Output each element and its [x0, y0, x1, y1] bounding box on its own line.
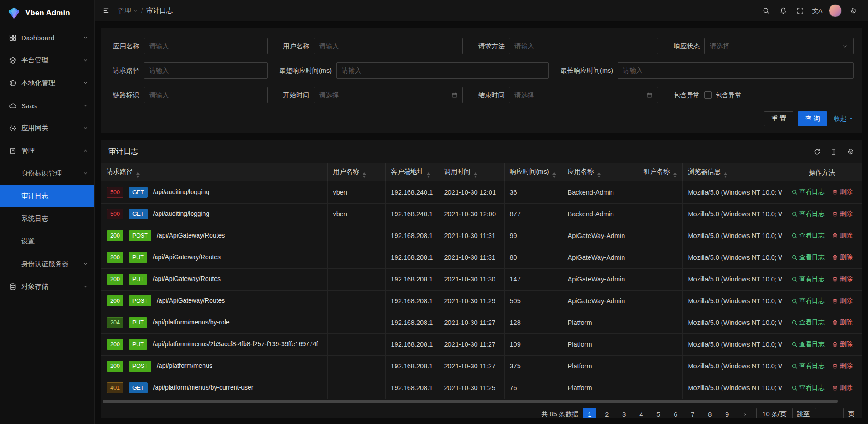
- delete-button[interactable]: 删除: [832, 384, 853, 392]
- delete-label: 删除: [840, 362, 853, 370]
- table-row[interactable]: 200 POST /api/ApiGateway/Routes 192.168.…: [101, 225, 862, 247]
- app-name-input[interactable]: [144, 38, 268, 54]
- refresh-icon[interactable]: [813, 148, 821, 156]
- column-height-icon[interactable]: [830, 148, 838, 156]
- sidebar-item-saas[interactable]: Saas: [0, 94, 94, 117]
- delete-button[interactable]: 删除: [832, 210, 853, 218]
- app-logo[interactable]: Vben Admin: [0, 0, 94, 26]
- include-exception-checkbox[interactable]: [704, 91, 712, 99]
- start-time-date-picker[interactable]: 请选择: [314, 87, 463, 103]
- col-header-response-time[interactable]: 响应时间(ms): [504, 163, 562, 181]
- table-row[interactable]: 500 GET /api/auditing/logging vben 192.1…: [101, 181, 862, 203]
- next-page-button[interactable]: [738, 408, 752, 418]
- table-row[interactable]: 200 PUT /api/platform/menus/2b3accf8-4fb…: [101, 333, 862, 355]
- delete-label: 删除: [840, 384, 853, 392]
- bell-icon[interactable]: [774, 0, 792, 22]
- col-header-request-path[interactable]: 请求路径: [101, 163, 327, 181]
- delete-button[interactable]: 删除: [832, 275, 853, 283]
- fullscreen-icon[interactable]: [792, 0, 809, 22]
- page-button-6[interactable]: 6: [669, 408, 682, 418]
- menu-fold-icon[interactable]: [102, 7, 110, 14]
- delete-button[interactable]: 删除: [832, 319, 853, 327]
- sidebar-item-localization[interactable]: 本地化管理: [0, 71, 94, 94]
- delete-button[interactable]: 删除: [832, 362, 853, 370]
- page-button-5[interactable]: 5: [651, 408, 665, 418]
- sidebar-item-identity-management[interactable]: 身份标识管理: [0, 162, 94, 185]
- view-log-button[interactable]: 查看日志: [791, 319, 825, 327]
- view-log-button[interactable]: 查看日志: [791, 232, 825, 240]
- table-row[interactable]: 200 POST /api/ApiGateway/Routes 192.168.…: [101, 290, 862, 312]
- sidebar-item-management[interactable]: 管理: [0, 139, 94, 162]
- sidebar-item-platform[interactable]: 平台管理: [0, 49, 94, 71]
- col-header-browser-info[interactable]: 浏览器信息: [682, 163, 782, 181]
- max-response-time-input[interactable]: [618, 62, 854, 79]
- sidebar-item-identity-server[interactable]: 身份认证服务器: [0, 252, 94, 275]
- view-log-button[interactable]: 查看日志: [791, 188, 825, 196]
- view-log-button[interactable]: 查看日志: [791, 362, 825, 370]
- view-log-button[interactable]: 查看日志: [791, 297, 825, 305]
- view-log-button[interactable]: 查看日志: [791, 384, 825, 392]
- page-button-8[interactable]: 8: [703, 408, 717, 418]
- request-path-input[interactable]: [144, 62, 268, 79]
- view-log-label: 查看日志: [799, 340, 825, 348]
- filter-field-response-status: 响应状态 请选择: [670, 38, 854, 54]
- request-method-input[interactable]: [509, 38, 658, 54]
- sidebar-item-gateway[interactable]: 应用网关: [0, 117, 94, 139]
- chevron-up-icon: [849, 116, 854, 121]
- page-button-9[interactable]: 9: [720, 408, 734, 418]
- delete-button[interactable]: 删除: [832, 340, 853, 348]
- sidebar-item-system-log[interactable]: 系统日志: [0, 207, 94, 230]
- end-time-date-picker[interactable]: 请选择: [509, 87, 658, 103]
- col-header-app-name[interactable]: 应用名称: [562, 163, 638, 181]
- min-response-time-input[interactable]: [336, 62, 549, 79]
- col-header-client-address[interactable]: 客户端地址: [385, 163, 439, 181]
- page-button-7[interactable]: 7: [686, 408, 699, 418]
- search-icon[interactable]: [757, 0, 774, 22]
- delete-button[interactable]: 删除: [832, 188, 853, 196]
- query-button[interactable]: 查 询: [798, 111, 827, 126]
- collapse-button[interactable]: 收起: [834, 114, 854, 123]
- translate-icon[interactable]: 文A: [809, 0, 826, 22]
- table-settings-gear-icon[interactable]: [847, 148, 854, 156]
- user-name-input[interactable]: [314, 38, 463, 54]
- page-button-1[interactable]: 1: [583, 408, 596, 418]
- breadcrumb-management[interactable]: 管理: [118, 6, 137, 15]
- view-log-button[interactable]: 查看日志: [791, 340, 825, 348]
- view-log-button[interactable]: 查看日志: [791, 253, 825, 262]
- page-button-4[interactable]: 4: [634, 408, 648, 418]
- sidebar-item-object-storage[interactable]: 对象存储: [0, 275, 94, 298]
- call-time-cell: 2021-10-30 11:27: [439, 355, 504, 377]
- page-button-3[interactable]: 3: [617, 408, 631, 418]
- view-log-button[interactable]: 查看日志: [791, 210, 825, 218]
- table-row[interactable]: 200 PUT /api/ApiGateway/Routes 192.168.2…: [101, 268, 862, 290]
- sidebar-item-audit-log[interactable]: 审计日志: [0, 185, 94, 207]
- trace-id-input[interactable]: [144, 87, 268, 103]
- delete-label: 删除: [840, 232, 853, 240]
- horizontal-scrollbar[interactable]: [103, 400, 860, 404]
- sidebar-item-settings[interactable]: 设置: [0, 230, 94, 252]
- col-header-tenant-name[interactable]: 租户名称: [638, 163, 682, 181]
- table-row[interactable]: 204 PUT /api/platform/menus/by-role 192.…: [101, 312, 862, 333]
- response-status-select[interactable]: 请选择: [704, 38, 854, 54]
- settings-gear-icon[interactable]: [844, 0, 862, 22]
- reset-button[interactable]: 重 置: [764, 111, 793, 126]
- view-log-button[interactable]: 查看日志: [791, 275, 825, 283]
- delete-button[interactable]: 删除: [832, 297, 853, 305]
- delete-button[interactable]: 删除: [832, 232, 853, 240]
- table-row[interactable]: 500 GET /api/auditing/logging vben 192.1…: [101, 203, 862, 225]
- table-row[interactable]: 200 PUT /api/ApiGateway/Routes 192.168.2…: [101, 247, 862, 268]
- user-avatar[interactable]: [829, 4, 842, 17]
- col-header-call-time[interactable]: 调用时间: [439, 163, 504, 181]
- user-name-cell: [327, 333, 385, 355]
- sidebar-item-dashboard[interactable]: Dashboard: [0, 26, 94, 49]
- chevron-down-icon: [133, 9, 137, 13]
- jump-page-input[interactable]: [815, 408, 844, 418]
- page-button-2[interactable]: 2: [600, 408, 613, 418]
- scrollbar-thumb[interactable]: [103, 400, 838, 403]
- table-row[interactable]: 401 GET /api/platform/menus/by-current-u…: [101, 377, 862, 399]
- delete-button[interactable]: 删除: [832, 253, 853, 262]
- table-row[interactable]: 200 POST /api/platform/menus 192.168.208…: [101, 355, 862, 377]
- view-log-label: 查看日志: [799, 210, 825, 218]
- page-size-select[interactable]: 10 条/页: [756, 408, 792, 418]
- col-header-user-name[interactable]: 用户名称: [327, 163, 385, 181]
